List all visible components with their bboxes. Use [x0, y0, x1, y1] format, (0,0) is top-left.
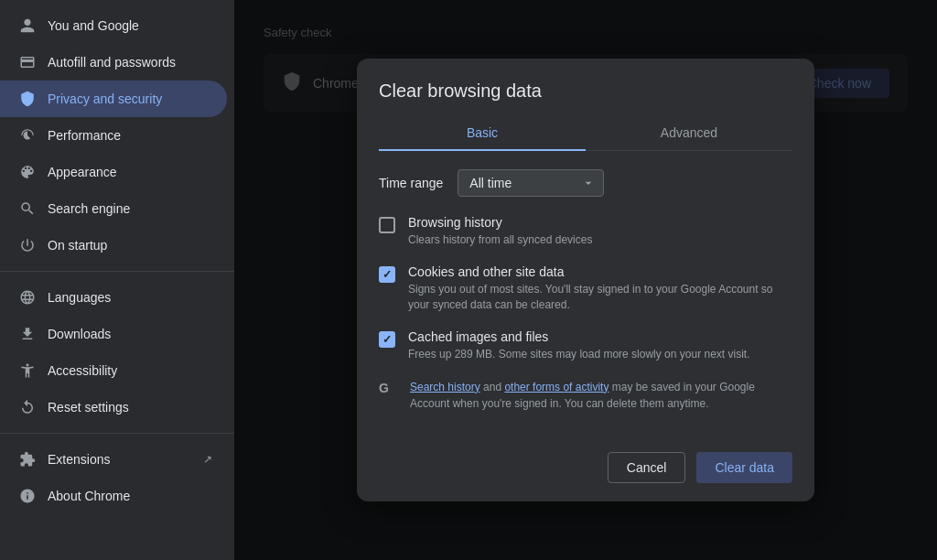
browsing-history-checkbox-box[interactable]	[379, 217, 395, 233]
dialog-tabs: Basic Advanced	[379, 116, 792, 151]
main-content-area: Safety check Chrome can help keep you sa…	[234, 0, 937, 560]
sidebar-item-extensions[interactable]: Extensions ↗	[0, 441, 227, 478]
google-info-row: G Search history and other forms of acti…	[379, 379, 792, 412]
browsing-history-title: Browsing history	[408, 215, 792, 230]
sidebar-item-accessibility-label: Accessibility	[48, 363, 117, 378]
startup-icon	[18, 236, 37, 254]
cancel-button[interactable]: Cancel	[608, 452, 686, 483]
dialog-header: Clear browsing data Basic Advanced	[357, 59, 814, 151]
dialog-body: Time range All time Last hour Last 24 ho…	[357, 151, 814, 436]
checkbox-browsing-history[interactable]	[379, 217, 395, 233]
dialog-footer: Cancel Clear data	[357, 437, 814, 501]
dialog-title: Clear browsing data	[379, 81, 792, 102]
autofill-icon	[18, 53, 37, 71]
cached-desc: Frees up 289 MB. Some sites may load mor…	[408, 347, 792, 362]
cached-text: Cached images and files Frees up 289 MB.…	[408, 329, 792, 362]
sidebar-item-performance[interactable]: Performance	[0, 117, 227, 154]
cookies-checkbox-box[interactable]	[379, 266, 395, 283]
sidebar-item-languages-label: Languages	[48, 290, 111, 305]
cached-title: Cached images and files	[408, 329, 792, 344]
appearance-icon	[18, 163, 37, 181]
sidebar-item-downloads[interactable]: Downloads	[0, 316, 227, 352]
sidebar-item-downloads-label: Downloads	[48, 327, 111, 341]
sidebar-item-about[interactable]: About Chrome	[0, 478, 227, 514]
browsing-history-desc: Clears history from all synced devices	[408, 232, 792, 248]
clear-data-button[interactable]: Clear data	[696, 452, 792, 483]
search-history-link[interactable]: Search history	[410, 381, 480, 393]
sidebar-item-appearance[interactable]: Appearance	[0, 154, 227, 190]
sidebar-item-about-label: About Chrome	[48, 489, 130, 503]
sidebar-item-search-engine-label: Search engine	[48, 201, 130, 216]
extensions-icon	[18, 450, 37, 468]
person-icon	[18, 16, 37, 35]
time-range-select[interactable]: All time Last hour Last 24 hours Last 7 …	[458, 169, 604, 197]
sidebar-item-performance-label: Performance	[48, 128, 121, 143]
sidebar-item-autofill-label: Autofill and passwords	[48, 55, 176, 70]
reset-icon	[18, 398, 37, 416]
tab-basic[interactable]: Basic	[379, 116, 586, 151]
cached-checkbox-box[interactable]	[379, 331, 395, 348]
sidebar-item-autofill[interactable]: Autofill and passwords	[0, 44, 227, 81]
sidebar-item-appearance-label: Appearance	[48, 165, 117, 179]
cookies-desc: Signs you out of most sites. You'll stay…	[408, 282, 792, 313]
browsing-history-text: Browsing history Clears history from all…	[408, 215, 792, 248]
sidebar-item-privacy-label: Privacy and security	[48, 92, 162, 106]
checkbox-cached[interactable]	[379, 331, 395, 348]
sidebar-item-extensions-label: Extensions	[48, 452, 110, 467]
sidebar-divider-2	[0, 433, 234, 434]
sidebar-item-reset[interactable]: Reset settings	[0, 389, 227, 425]
other-activity-link[interactable]: other forms of activity	[504, 381, 609, 393]
google-info-text: Search history and other forms of activi…	[410, 379, 792, 412]
downloads-icon	[18, 325, 37, 343]
shield-icon	[18, 90, 37, 108]
sidebar-item-privacy[interactable]: Privacy and security	[0, 81, 227, 117]
checkbox-item-cookies: Cookies and other site data Signs you ou…	[379, 264, 792, 313]
sidebar-item-you-and-google[interactable]: You and Google	[0, 7, 227, 44]
sidebar-divider	[0, 271, 234, 272]
checkbox-cookies[interactable]	[379, 266, 395, 283]
about-icon	[18, 487, 37, 505]
languages-icon	[18, 288, 37, 307]
search-icon	[18, 199, 37, 218]
sidebar: You and Google Autofill and passwords Pr…	[0, 0, 234, 560]
google-g-icon: G	[379, 381, 397, 399]
time-range-label: Time range	[379, 176, 443, 190]
sidebar-item-on-startup-label: On startup	[48, 238, 107, 253]
modal-overlay: Clear browsing data Basic Advanced Time …	[234, 0, 937, 560]
clear-browsing-data-dialog: Clear browsing data Basic Advanced Time …	[357, 59, 814, 501]
checkbox-item-cached: Cached images and files Frees up 289 MB.…	[379, 329, 792, 362]
cookies-text: Cookies and other site data Signs you ou…	[408, 264, 792, 313]
external-link-icon: ↗	[203, 453, 212, 466]
sidebar-item-search-engine[interactable]: Search engine	[0, 190, 227, 227]
checkbox-item-browsing-history: Browsing history Clears history from all…	[379, 215, 792, 248]
sidebar-item-languages[interactable]: Languages	[0, 279, 227, 316]
tab-advanced[interactable]: Advanced	[586, 116, 792, 151]
sidebar-item-accessibility[interactable]: Accessibility	[0, 352, 227, 389]
sidebar-item-reset-label: Reset settings	[48, 400, 129, 415]
cookies-title: Cookies and other site data	[408, 264, 792, 279]
performance-icon	[18, 126, 37, 145]
accessibility-icon	[18, 361, 37, 380]
time-range-row: Time range All time Last hour Last 24 ho…	[379, 169, 792, 197]
sidebar-item-on-startup[interactable]: On startup	[0, 227, 227, 264]
sidebar-item-you-and-google-label: You and Google	[48, 18, 139, 33]
